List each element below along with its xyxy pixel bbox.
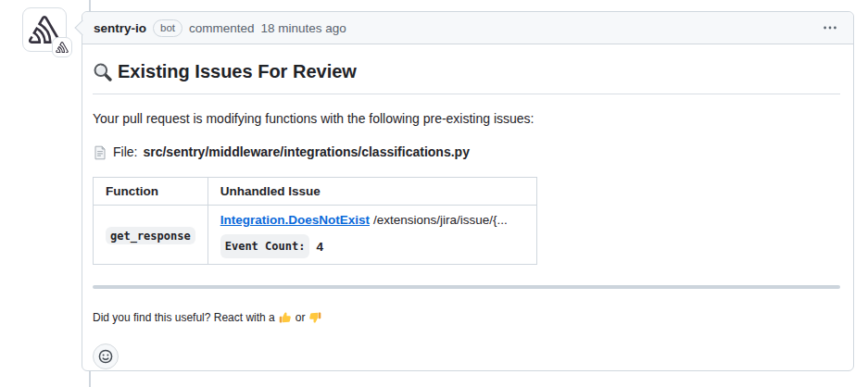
comment-title: Existing Issues For Review	[93, 58, 840, 94]
sentry-bot-avatar[interactable]	[22, 7, 67, 52]
footer-text: Did you find this useful? React with a	[93, 311, 275, 324]
issue-path: /extensions/jira/issue/{...	[373, 213, 508, 227]
comment-action-label: commented	[189, 21, 255, 35]
issue-line: Integration.DoesNotExist/extensions/jira…	[220, 211, 524, 230]
sentry-logo-small-icon	[56, 42, 69, 53]
file-path: src/sentry/middleware/integrations/class…	[143, 143, 469, 162]
kebab-horizontal-icon	[823, 20, 837, 35]
issues-table-header-row: Function Unhandled Issue	[94, 178, 537, 206]
function-name: get_response	[106, 227, 195, 244]
thumbs-up-icon	[279, 311, 292, 324]
event-count-label: Event Count:	[220, 234, 310, 258]
divider	[93, 285, 840, 289]
column-header-function: Function	[94, 178, 208, 206]
pr-conversation-timeline: sentry-io bot commented 18 minutes ago E…	[0, 0, 868, 387]
issues-table: Function Unhandled Issue get_response In…	[93, 177, 537, 265]
thumbs-down-icon	[308, 311, 321, 324]
column-header-unhandled-issue: Unhandled Issue	[208, 178, 536, 206]
file-line: File: src/sentry/middleware/integrations…	[93, 143, 840, 162]
issue-cell: Integration.DoesNotExist/extensions/jira…	[208, 206, 536, 265]
issue-link[interactable]: Integration.DoesNotExist	[220, 213, 370, 227]
intro-text: Your pull request is modifying functions…	[93, 109, 840, 128]
magnifier-icon	[93, 62, 112, 81]
comment-options-button[interactable]	[820, 18, 840, 38]
smiley-icon	[98, 349, 113, 364]
comment-body: Existing Issues For Review Your pull req…	[82, 44, 853, 384]
event-count-line: Event Count: 4	[220, 234, 524, 258]
comment-timestamp-link[interactable]: 18 minutes ago	[261, 21, 346, 35]
comment-title-text: Existing Issues For Review	[118, 58, 357, 84]
comment-card: sentry-io bot commented 18 minutes ago E…	[82, 11, 854, 371]
comment-author-link[interactable]: sentry-io	[94, 21, 146, 35]
footer-note: Did you find this useful? React with a o…	[93, 311, 840, 324]
page-icon	[93, 145, 107, 160]
event-count: 4	[316, 237, 323, 256]
file-label: File:	[113, 143, 137, 162]
table-row: get_response Integration.DoesNotExist/ex…	[94, 206, 537, 265]
function-cell: get_response	[94, 206, 208, 265]
add-reaction-button[interactable]	[93, 343, 119, 369]
avatar-bot-badge	[52, 37, 72, 57]
footer-or-text: or	[296, 311, 306, 324]
bot-badge: bot	[153, 19, 182, 37]
comment-header: sentry-io bot commented 18 minutes ago	[82, 12, 853, 44]
